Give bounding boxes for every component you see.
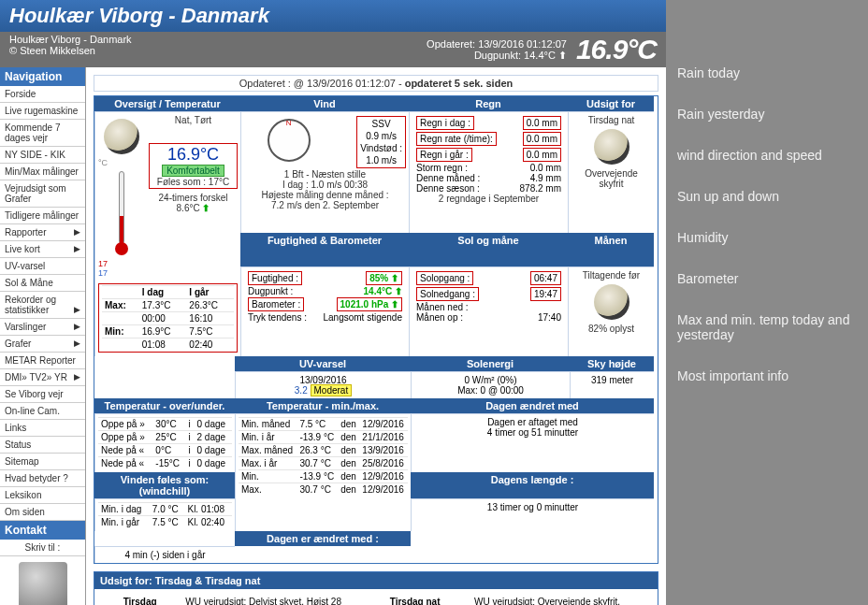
hdr-sky: Sky højde [570,356,654,371]
uv-cell: 13/09/2016 3.2 Moderat [235,371,411,398]
forecast-panel: Udsigt for: Tirsdag & Tirsdag nat Tirsda… [94,571,658,605]
forecast-header: Udsigt for: Tirsdag & Tirsdag nat [94,572,658,589]
annotation-6: Max and min. temp today and yesterday [677,312,857,342]
chevron-right-icon: ▶ [74,339,80,348]
moon-icon [594,129,629,165]
hdr-wind: Vind [240,96,409,111]
windchill-cell: Min. i dag7.0 °CKl. 01:08Min. i går7.5 °… [94,498,235,531]
nav-item-14[interactable]: METAR Reporter [0,353,85,369]
chevron-right-icon: ▶ [74,227,80,237]
conditions-label: Nat, Tørt [149,115,238,125]
nav-item-2[interactable]: Kommende 7 dages vejr [0,120,85,147]
forecast-day2: Tirsdag nat Overvejende skyfrit 16°C WU … [363,597,633,605]
feels-like: Føles som : 17°C [152,177,234,187]
hdr-tminmax: Temperatur - min./max. [235,398,411,413]
hdr-uv: UV-varsel [235,356,411,371]
minmax-table: I dagI går Max:17.3°C26.3°C 00:0016:10 M… [102,285,234,351]
update-line: Opdateret : @ 13/9/2016 01:12:07 - opdat… [94,75,658,92]
compass-icon [268,119,311,162]
daychy-cell: 4 min (-) siden i går [94,546,235,563]
chevron-right-icon: ▶ [74,244,80,253]
tminmax-cell: Min. måned7.5 °Cden12/9/2016Min. i år-13… [235,413,411,531]
hdr-daychy: Dagen er ændret med : [235,531,411,546]
humidity-cell: Fugtighed :85% ⬆ Dugpunkt :14.4°C ⬆ Baro… [240,266,409,356]
dewpoint-label: Dugpunkt: 14.4°C ⬆ [427,50,567,62]
sub-location: Houlkær Viborg - Danmark [9,34,132,45]
chevron-right-icon: ▶ [74,305,80,314]
updated-label: Opdateret: 13/9/2016 01:12:07 [427,38,567,50]
comfort-badge: Komfortabelt [162,165,224,177]
current-temp: 16.9°C [152,145,234,165]
annotation-4: Humidity [677,230,857,245]
nav-header: Navigation [0,67,85,86]
nav-item-1[interactable]: Live rugemaskine [0,103,85,120]
nav-item-0[interactable]: Forside [0,86,85,103]
nav-item-17[interactable]: On-line Cam. [0,403,85,420]
chevron-right-icon: ▶ [74,322,80,331]
nav-item-5[interactable]: Vejrudsigt som Grafer [0,180,85,208]
dashboard-panel: Oversigt / Temperatur Vind Regn Udsigt f… [94,95,658,564]
skriv-til-label: Skriv til : [0,540,85,556]
nav-item-23[interactable]: Om siden [0,504,85,521]
outlook-cell: Tirsdag nat Overvejende skyfrit [568,111,654,233]
moon-icon [594,284,629,320]
sub-copyright: © Steen Mikkelsen [9,45,132,56]
hdr-solar: Solenergi [411,356,570,371]
rain-cell: Regn i dag :0.0 mm Regn rate (/time):0.0… [409,111,568,233]
avatar[interactable] [19,562,67,605]
nav-item-3[interactable]: NY SIDE - KIK [0,147,85,164]
moon-icon [104,119,139,154]
forecast-day1: Tirsdag 10% Delvist skyet 28°C WU vejrud… [102,597,344,605]
chevron-right-icon: ▶ [74,372,80,382]
sun-cell: Solopgang :06:47 Solnedgang :19:47 Månen… [409,266,568,356]
annotation-0: Rain today [677,65,857,80]
nav-item-20[interactable]: Sitemap [0,454,85,470]
nav-item-4[interactable]: Min/Max målinger [0,164,85,180]
overview-cell: °C 17 17 Nat, Tørt [94,111,240,356]
annotation-2: wind direction and speed [677,148,857,163]
hdr-daylen: Dagens længde : [411,472,654,498]
nav-item-13[interactable]: Grafer▶ [0,336,85,353]
thermometer-icon [113,171,130,255]
24h-diff: 24-timers forskel 8.6°C ⬆ [149,193,238,213]
bft-label: 1 Bft - Næsten stille [244,169,406,180]
annotation-5: Barometer [677,271,857,286]
hdr-moon: Månen [568,233,654,267]
nav-item-15[interactable]: DMI» TV2» YR▶ [0,369,85,386]
annotation-3: Sun up and down [677,189,857,204]
wind-cell: SSV 0.9 m/s Vindstød : 1.0 m/s 1 Bft - N… [240,111,409,233]
nav-item-7[interactable]: Rapporter▶ [0,224,85,241]
nav-item-21[interactable]: Hvad betyder ? [0,470,85,487]
hdr-humid: Fugtighed & Barometer [240,233,409,267]
annotation-sidebar: Rain todayRain yesterdaywind direction a… [666,0,868,605]
sky-cell: 319 meter [570,371,654,398]
page-title: Houlkær Viborg - Danmark [0,0,666,32]
solar-cell: 0 W/m² (0%)Max: 0 @ 00:00 [411,371,570,398]
current-temp-big: 16.9°C [576,34,657,65]
nav-item-19[interactable]: Status [0,437,85,454]
hdr-tover: Temperatur - over/under. [94,398,235,413]
nav-item-18[interactable]: Links [0,420,85,437]
hdr-windchill: Vinden føles som: (windchill) [94,472,235,498]
moon-cell: Tiltagende før 82% oplyst [568,266,654,356]
kontakt-header: Kontakt [0,521,85,540]
hdr-overview: Oversigt / Temperatur [94,96,240,111]
daych-cell: Dagen er aftaget med4 timer og 51 minutt… [411,413,654,472]
nav-item-11[interactable]: Rekorder og statistikker▶ [0,292,85,319]
nav-item-8[interactable]: Live kort▶ [0,241,85,258]
nav-item-6[interactable]: Tidligere målinger [0,208,85,224]
sidebar: Navigation ForsideLive rugemaskineKommen… [0,67,86,605]
annotation-1: Rain yesterday [677,107,857,122]
hdr-outlook: Udsigt for [568,96,654,111]
nav-item-10[interactable]: Sol & Måne [0,275,85,292]
daylen-cell: 13 timer og 0 minutter [411,498,654,531]
hdr-sun: Sol og måne [409,233,568,267]
nav-item-12[interactable]: Varslinger▶ [0,319,85,336]
nav-item-9[interactable]: UV-varsel [0,258,85,275]
hdr-rain: Regn [409,96,568,111]
nav-item-22[interactable]: Leksikon [0,487,85,504]
tover-cell: Oppe på »30°Ci0 dageOppe på »25°Ci2 dage… [94,413,235,472]
nav-item-16[interactable]: Se Viborg vejr [0,386,85,403]
hdr-daych: Dagen ændret med [411,398,654,413]
sub-bar: Houlkær Viborg - Danmark © Steen Mikkels… [0,32,666,67]
